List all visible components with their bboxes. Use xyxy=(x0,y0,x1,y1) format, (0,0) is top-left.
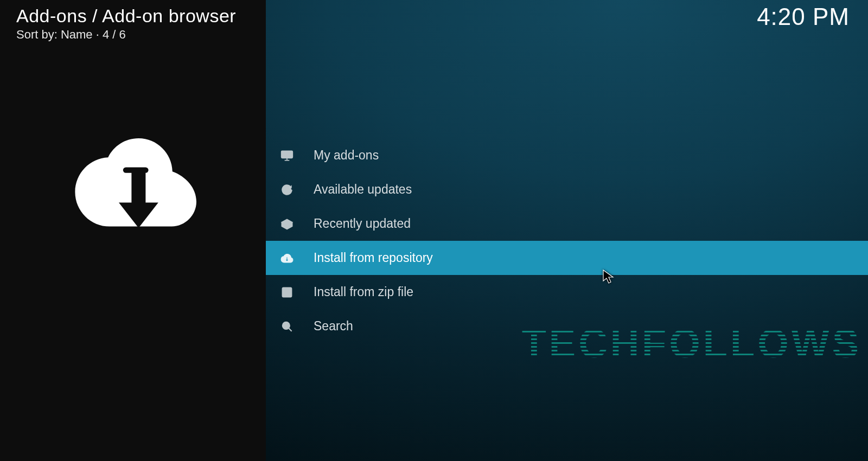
menu-item-label: Install from repository xyxy=(314,251,433,265)
breadcrumb: Add-ons / Add-on browser xyxy=(0,0,266,27)
svg-line-10 xyxy=(289,328,291,331)
svg-point-9 xyxy=(283,322,290,329)
search-icon xyxy=(276,319,298,334)
zip-file-icon xyxy=(276,285,298,299)
menu-item-install-from-repository[interactable]: Install from repository xyxy=(266,241,868,275)
menu-item-label: Recently updated xyxy=(314,216,411,231)
svg-point-4 xyxy=(286,153,288,155)
menu-item-label: Search xyxy=(314,319,353,334)
menu-item-label: Install from zip file xyxy=(314,285,413,299)
svg-rect-0 xyxy=(123,167,149,172)
menu-item-recently-updated[interactable]: Recently updated xyxy=(266,207,868,241)
sidebar-art xyxy=(0,42,266,461)
monitor-icon xyxy=(276,149,298,163)
main-panel: 4:20 PM My add-ons Available updates xyxy=(266,0,868,461)
cloud-download-icon xyxy=(62,112,203,255)
cloud-download-icon xyxy=(276,251,298,265)
menu-item-label: My add-ons xyxy=(314,148,379,163)
menu-item-available-updates[interactable]: Available updates xyxy=(266,172,868,207)
menu-item-install-from-zip[interactable]: Install from zip file xyxy=(266,275,868,309)
menu-item-my-addons[interactable]: My add-ons xyxy=(266,138,868,172)
menu: My add-ons Available updates Recently up… xyxy=(266,138,868,343)
refresh-icon xyxy=(276,183,298,197)
open-box-icon xyxy=(276,217,298,231)
clock: 4:20 PM xyxy=(757,3,850,30)
menu-item-label: Available updates xyxy=(314,182,412,197)
sidebar: Add-ons / Add-on browser Sort by: Name ·… xyxy=(0,0,266,461)
sort-line: Sort by: Name · 4 / 6 xyxy=(0,27,266,42)
watermark: TECHFOLLOWS xyxy=(522,321,861,367)
